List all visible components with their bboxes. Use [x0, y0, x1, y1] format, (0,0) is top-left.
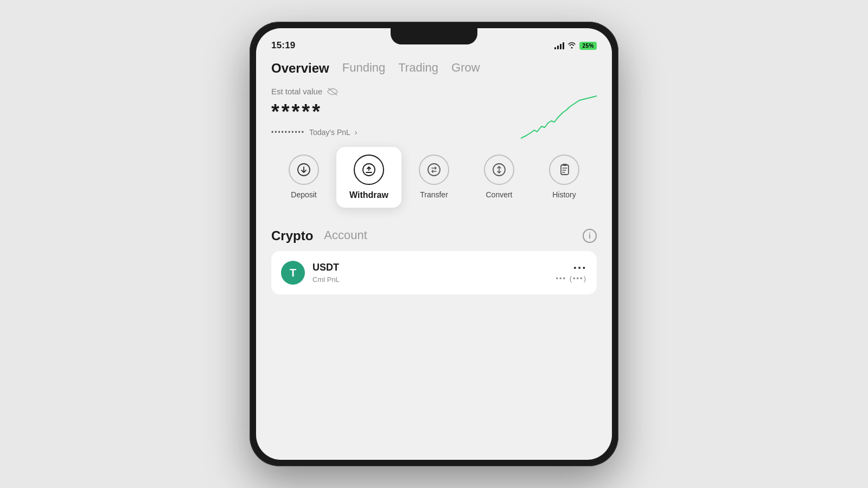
transfer-icon	[419, 155, 449, 185]
eye-slash-icon[interactable]	[327, 87, 339, 96]
phone-screen: 15:19 25%	[256, 28, 612, 460]
mini-chart	[521, 95, 597, 144]
battery-icon: 25%	[579, 42, 597, 50]
transfer-label: Transfer	[420, 190, 448, 199]
value-left: ***** •••••••••• Today's PnL ›	[271, 100, 521, 137]
asset-amount: •••	[556, 263, 587, 272]
asset-info: USDT Cml PnL	[312, 262, 548, 284]
usdt-icon: T	[281, 261, 305, 285]
asset-sub-label: Cml PnL	[312, 275, 548, 284]
status-time: 15:19	[271, 40, 295, 51]
tab-grow[interactable]: Grow	[451, 61, 480, 76]
deposit-button[interactable]: Deposit	[271, 155, 336, 199]
phone-frame: 15:19 25%	[250, 22, 618, 466]
history-button[interactable]: History	[532, 155, 597, 199]
phone-notch	[391, 28, 477, 44]
total-value-masked: *****	[271, 100, 521, 124]
app-content: Overview Funding Trading Grow Est total …	[256, 61, 612, 294]
asset-card-usdt[interactable]: T USDT Cml PnL ••• ••• (•••)	[271, 251, 597, 294]
value-area: ***** •••••••••• Today's PnL ›	[271, 100, 597, 144]
withdraw-icon	[354, 155, 384, 185]
tab-account[interactable]: Account	[324, 228, 367, 243]
signal-icon	[554, 42, 564, 49]
tab-crypto[interactable]: Crypto	[271, 228, 313, 243]
pnl-row[interactable]: •••••••••• Today's PnL ›	[271, 128, 521, 137]
convert-button[interactable]: Convert	[467, 155, 532, 199]
history-icon	[549, 155, 579, 185]
pnl-dots: ••••••••••	[271, 129, 305, 136]
deposit-label: Deposit	[291, 190, 316, 199]
asset-right: ••• ••• (•••)	[556, 263, 587, 282]
pnl-chevron: ›	[355, 128, 358, 137]
convert-icon	[484, 155, 514, 185]
svg-rect-6	[561, 165, 569, 175]
chart-svg	[521, 95, 597, 144]
section-tabs: Crypto Account	[271, 228, 367, 243]
withdraw-label: Withdraw	[349, 190, 388, 200]
main-nav: Overview Funding Trading Grow	[271, 61, 597, 76]
status-icons: 25%	[554, 41, 597, 50]
tab-funding[interactable]: Funding	[342, 61, 386, 76]
actions-row: Deposit Withdraw	[271, 155, 597, 215]
svg-point-3	[428, 164, 440, 176]
asset-pnl: ••• (•••)	[556, 274, 587, 282]
deposit-icon	[289, 155, 319, 185]
tab-trading[interactable]: Trading	[398, 61, 438, 76]
wifi-icon	[567, 41, 576, 50]
convert-label: Convert	[486, 190, 512, 199]
section-header: Crypto Account i	[271, 228, 597, 243]
info-icon[interactable]: i	[583, 229, 597, 243]
transfer-button[interactable]: Transfer	[401, 155, 467, 199]
withdraw-button[interactable]: Withdraw	[336, 147, 401, 208]
history-label: History	[552, 190, 576, 199]
svg-rect-7	[563, 164, 567, 166]
tab-overview[interactable]: Overview	[271, 61, 329, 76]
asset-name: USDT	[312, 262, 548, 273]
pnl-label: Today's PnL	[309, 128, 350, 137]
